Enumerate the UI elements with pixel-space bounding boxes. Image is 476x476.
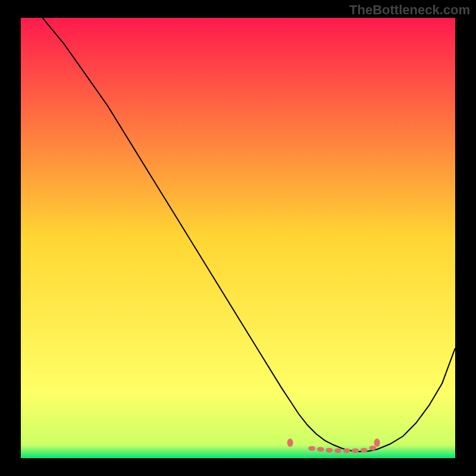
valley-marker (308, 446, 315, 451)
chart-background (21, 18, 455, 458)
valley-marker (325, 448, 333, 453)
chart-svg (21, 18, 455, 458)
valley-marker (374, 439, 380, 447)
valley-marker (334, 448, 342, 453)
valley-marker (317, 447, 324, 452)
valley-marker (361, 448, 368, 453)
watermark-text: TheBottleneck.com (349, 2, 470, 18)
valley-marker (287, 439, 293, 447)
valley-marker (369, 446, 376, 450)
valley-marker (352, 448, 359, 453)
chart-plot-area (21, 18, 455, 458)
valley-marker (343, 448, 350, 453)
chart-container: TheBottleneck.com (0, 0, 476, 476)
